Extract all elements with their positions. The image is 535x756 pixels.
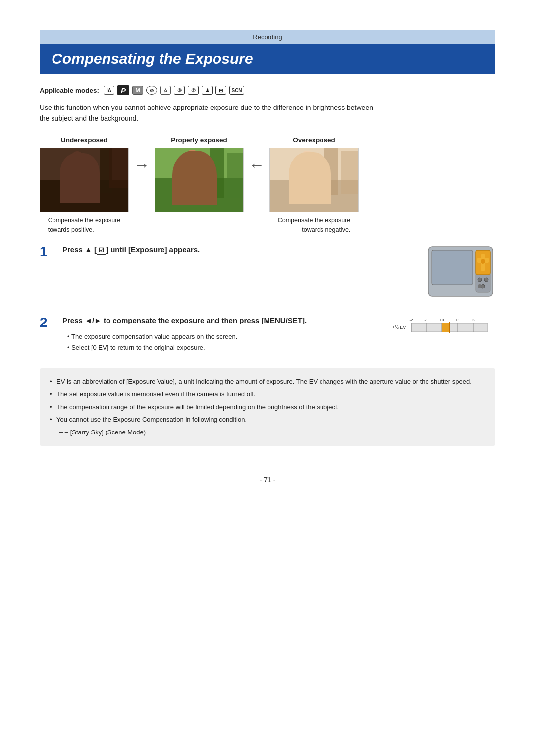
proper-photo	[155, 148, 244, 212]
mode-icon4: ⑦	[188, 86, 199, 95]
svg-point-27	[300, 151, 315, 167]
page-number: - 71 -	[40, 476, 495, 484]
svg-rect-10	[78, 166, 86, 185]
mode-p-icon: P	[117, 85, 129, 95]
header-bar: Recording	[40, 30, 495, 44]
mode-icon3: ③	[174, 86, 185, 95]
step2-left: 2 Press ◄/► to compensate the exposure a…	[40, 315, 383, 353]
arrow-right-icon: →	[134, 156, 150, 174]
step1-content: Press ▲ [☑] until [Exposure] appears.	[62, 244, 418, 256]
svg-text:+1: +1	[455, 318, 460, 322]
overexposed-label: Overexposed	[293, 136, 335, 144]
svg-rect-14	[210, 148, 224, 198]
arrow-left-icon: ←	[249, 156, 265, 174]
svg-text:+½ EV: +½ EV	[392, 325, 406, 330]
step2-bullet1: The exposure compensation value appears …	[62, 331, 383, 342]
svg-rect-34	[432, 250, 473, 285]
svg-rect-6	[69, 166, 86, 193]
ev-bar-illustration: +½ EV -2 -1 +0 +1 +2	[391, 315, 495, 341]
page-title: Compensating the Exposure	[52, 51, 483, 67]
overexposed-photo-svg	[270, 148, 359, 212]
mode-circle1-icon: ⊘	[146, 86, 157, 95]
applicable-modes-label: Applicable modes:	[40, 87, 99, 94]
step1-text: Press ▲ [☑] until [Exposure] appears.	[62, 244, 418, 256]
svg-rect-8	[76, 175, 86, 198]
step2-text: Press ◄/► to compensate the exposure and…	[62, 315, 383, 326]
overexposed-group: Overexposed	[269, 136, 359, 235]
description-text: Use this function when you cannot achiev…	[40, 102, 376, 124]
page-container: Recording Compensating the Exposure Appl…	[0, 0, 535, 756]
note-item-4: You cannot use the Exposure Compensation…	[50, 414, 485, 425]
svg-rect-15	[227, 153, 244, 198]
overexposed-caption: Compensate the exposure towards negative…	[278, 216, 351, 235]
svg-text:+2: +2	[471, 318, 476, 322]
underexposed-caption-line1: Compensate the exposure	[48, 217, 121, 224]
svg-rect-31	[299, 166, 306, 185]
notes-box: EV is an abbreviation of [Exposure Value…	[40, 368, 495, 446]
overexposed-photo	[269, 148, 359, 212]
svg-rect-29	[300, 175, 307, 198]
proper-group: Properly exposed	[155, 136, 244, 212]
svg-rect-4	[109, 148, 129, 188]
step2-content: Press ◄/► to compensate the exposure and…	[62, 315, 383, 353]
note-item-2: The set exposure value is memorised even…	[50, 388, 485, 400]
svg-rect-21	[193, 165, 201, 185]
underexposed-photo	[40, 148, 129, 212]
mode-ia-icon: iA	[104, 86, 114, 95]
svg-point-42	[481, 284, 485, 288]
svg-point-5	[70, 151, 84, 167]
svg-point-41	[484, 278, 488, 282]
mode-scn-icon: SCN	[229, 86, 244, 95]
proper-label: Properly exposed	[171, 136, 227, 144]
arrow-left-container: ←	[244, 136, 269, 174]
step2-number: 2	[40, 315, 54, 330]
overexposed-caption-line2: towards negative.	[302, 226, 350, 233]
mode-icon5: ♟	[202, 86, 213, 95]
step2: 2 Press ◄/► to compensate the exposure a…	[40, 315, 495, 353]
svg-point-40	[478, 278, 482, 282]
svg-rect-7	[70, 175, 77, 198]
svg-text:+0: +0	[439, 318, 444, 322]
applicable-modes: Applicable modes: iA P M ⊘ ☆ ③ ⑦ ♟ ⊟ SCN	[40, 85, 495, 95]
svg-rect-20	[184, 165, 191, 185]
svg-point-43	[478, 284, 482, 288]
mode-m-icon: M	[132, 86, 143, 95]
underexposed-caption-line2: towards positive.	[48, 226, 94, 233]
underexposed-photo-svg	[40, 148, 129, 212]
proper-photo-svg	[155, 148, 244, 212]
svg-rect-19	[191, 174, 201, 198]
overexposed-caption-line1: Compensate the exposure	[278, 217, 351, 224]
svg-point-16	[185, 150, 200, 166]
svg-text:-2: -2	[409, 318, 413, 322]
svg-rect-32	[308, 166, 316, 185]
note-indent-1: – [Starry Sky] (Scene Mode)	[50, 427, 485, 438]
svg-rect-9	[69, 166, 75, 185]
svg-rect-56	[442, 323, 450, 332]
svg-rect-28	[299, 166, 316, 194]
mode-icon2: ☆	[160, 86, 171, 95]
step2-bullet2: Select [0 EV] to return to the original …	[62, 342, 383, 353]
mode-icon6: ⊟	[215, 86, 226, 95]
photos-section: Underexposed	[40, 136, 495, 235]
header-category: Recording	[253, 33, 282, 41]
svg-rect-17	[184, 165, 201, 194]
ev-bar-svg: +½ EV -2 -1 +0 +1 +2	[391, 315, 495, 340]
underexposed-label: Underexposed	[61, 136, 107, 144]
step1: 1 Press ▲ [☑] until [Exposure] appears.	[40, 244, 495, 300]
svg-text:-1: -1	[424, 318, 428, 322]
underexposed-caption: Compensate the exposure towards positive…	[48, 216, 121, 235]
svg-point-39	[481, 259, 485, 264]
step1-left: 1 Press ▲ [☑] until [Exposure] appears.	[40, 244, 418, 260]
steps-section: 1 Press ▲ [☑] until [Exposure] appears.	[40, 244, 495, 353]
step1-number: 1	[40, 244, 54, 260]
note-item-1: EV is an abbreviation of [Exposure Value…	[50, 376, 485, 387]
svg-rect-30	[306, 175, 316, 198]
note-item-3: The compensation range of the exposure w…	[50, 401, 485, 413]
step2-bullets: The exposure compensation value appears …	[62, 331, 383, 353]
svg-rect-25	[324, 148, 338, 195]
svg-rect-26	[341, 151, 359, 194]
camera-back-svg	[426, 244, 495, 299]
title-bar: Compensating the Exposure	[40, 44, 495, 74]
underexposed-group: Underexposed	[40, 136, 129, 235]
arrow-right-container: →	[129, 136, 155, 174]
